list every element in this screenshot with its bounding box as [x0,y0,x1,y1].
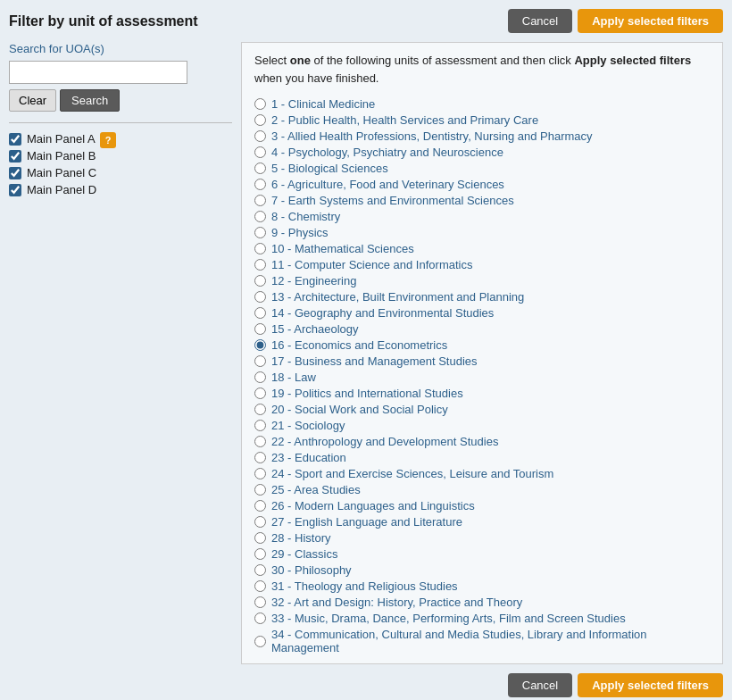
radio-uoa8[interactable] [254,211,266,222]
uoa-label-uoa22[interactable]: 22 - Anthropology and Development Studie… [271,435,498,448]
list-item: 14 - Geography and Environmental Studies [254,306,710,320]
uoa-label-uoa15[interactable]: 15 - Archaeology [271,322,359,336]
list-item: 27 - English Language and Literature [254,515,710,529]
radio-uoa24[interactable] [254,468,266,479]
clear-button[interactable]: Clear [9,89,56,112]
uoa-label-uoa9[interactable]: 9 - Physics [271,226,329,239]
uoa-label-uoa12[interactable]: 12 - Engineering [271,274,356,288]
list-item: 30 - Philosophy [254,563,710,577]
radio-uoa13[interactable] [254,291,266,303]
search-label: Search for UOA(s) [9,42,232,55]
uoa-label-uoa23[interactable]: 23 - Education [271,451,346,464]
radio-uoa14[interactable] [254,307,266,319]
uoa-label-uoa1[interactable]: 1 - Clinical Medicine [271,97,375,111]
checkbox-panel-c[interactable] [9,167,21,179]
uoa-label-uoa26[interactable]: 26 - Modern Languages and Linguistics [271,499,475,512]
uoa-label-uoa11[interactable]: 11 - Computer Science and Informatics [271,258,472,271]
radio-uoa27[interactable] [254,516,266,528]
list-item: 18 - Law [254,371,710,384]
uoa-label-uoa30[interactable]: 30 - Philosophy [271,563,352,577]
header-row: Filter by unit of assessment Cancel Appl… [9,9,723,33]
uoa-label-uoa4[interactable]: 4 - Psychology, Psychiatry and Neuroscie… [271,146,503,159]
radio-uoa3[interactable] [254,130,266,142]
list-item: 10 - Mathematical Sciences [254,242,710,255]
radio-uoa16[interactable] [254,339,266,351]
uoa-label-uoa29[interactable]: 29 - Classics [271,547,337,561]
uoa-label-uoa32[interactable]: 32 - Art and Design: History, Practice a… [271,596,522,609]
uoa-label-uoa6[interactable]: 6 - Agriculture, Food and Veterinary Sci… [271,178,504,191]
list-item: 7 - Earth Systems and Environmental Scie… [254,194,710,207]
radio-uoa2[interactable] [254,114,266,126]
help-button[interactable]: ? [100,132,116,148]
radio-uoa4[interactable] [254,146,266,158]
uoa-list: 1 - Clinical Medicine2 - Public Health, … [254,97,710,654]
uoa-label-uoa34[interactable]: 34 - Communication, Cultural and Media S… [271,628,710,654]
radio-uoa1[interactable] [254,98,266,110]
panel-row-panel-c: Main Panel C [9,166,96,179]
footer-cancel-button[interactable]: Cancel [508,673,572,697]
search-input[interactable] [9,61,187,84]
radio-uoa22[interactable] [254,436,266,447]
radio-uoa7[interactable] [254,195,266,206]
search-input-row [9,61,232,84]
radio-uoa5[interactable] [254,162,266,174]
radio-uoa33[interactable] [254,612,266,624]
uoa-label-uoa13[interactable]: 13 - Architecture, Built Environment and… [271,290,524,304]
radio-uoa30[interactable] [254,564,266,576]
panel-label-panel-b: Main Panel B [27,149,96,162]
radio-uoa32[interactable] [254,596,266,608]
radio-uoa18[interactable] [254,371,266,383]
radio-uoa6[interactable] [254,179,266,190]
header-apply-button[interactable]: Apply selected filters [578,9,723,33]
uoa-label-uoa28[interactable]: 28 - History [271,531,330,545]
uoa-label-uoa18[interactable]: 18 - Law [271,371,316,384]
uoa-label-uoa3[interactable]: 3 - Allied Health Professions, Dentistry… [271,129,593,143]
radio-uoa31[interactable] [254,580,266,592]
radio-uoa15[interactable] [254,323,266,335]
uoa-label-uoa10[interactable]: 10 - Mathematical Sciences [271,242,414,255]
radio-uoa29[interactable] [254,548,266,560]
list-item: 8 - Chemistry [254,210,710,223]
uoa-label-uoa16[interactable]: 16 - Economics and Econometrics [271,338,447,352]
footer-row: Cancel Apply selected filters [9,673,723,697]
radio-uoa17[interactable] [254,355,266,367]
radio-uoa26[interactable] [254,500,266,512]
uoa-label-uoa5[interactable]: 5 - Biological Sciences [271,162,388,175]
radio-uoa28[interactable] [254,532,266,544]
radio-uoa21[interactable] [254,420,266,431]
list-item: 25 - Area Studies [254,483,710,496]
panel-row-panel-b: Main Panel B [9,149,96,162]
list-item: 5 - Biological Sciences [254,162,710,175]
uoa-label-uoa27[interactable]: 27 - English Language and Literature [271,515,462,529]
checkbox-panel-a[interactable] [9,133,21,146]
uoa-label-uoa25[interactable]: 25 - Area Studies [271,483,361,496]
page-title: Filter by unit of assessment [9,13,198,29]
uoa-label-uoa17[interactable]: 17 - Business and Management Studies [271,354,478,368]
radio-uoa25[interactable] [254,484,266,496]
radio-uoa10[interactable] [254,243,266,254]
search-button[interactable]: Search [60,89,120,112]
uoa-label-uoa19[interactable]: 19 - Politics and International Studies [271,387,463,400]
uoa-label-uoa2[interactable]: 2 - Public Health, Health Services and P… [271,113,538,127]
uoa-label-uoa14[interactable]: 14 - Geography and Environmental Studies [271,306,494,320]
panel-label-panel-d: Main Panel D [27,183,96,196]
uoa-label-uoa21[interactable]: 21 - Sociology [271,419,345,432]
checkbox-panel-d[interactable] [9,184,21,196]
radio-uoa23[interactable] [254,452,266,463]
header-cancel-button[interactable]: Cancel [508,9,572,33]
list-item: 16 - Economics and Econometrics [254,338,710,352]
radio-uoa34[interactable] [254,636,266,647]
radio-uoa12[interactable] [254,275,266,287]
uoa-label-uoa31[interactable]: 31 - Theology and Religious Studies [271,579,458,593]
radio-uoa19[interactable] [254,388,266,399]
radio-uoa11[interactable] [254,259,266,271]
footer-apply-button[interactable]: Apply selected filters [578,673,723,697]
radio-uoa20[interactable] [254,404,266,415]
radio-uoa9[interactable] [254,227,266,238]
uoa-label-uoa24[interactable]: 24 - Sport and Exercise Sciences, Leisur… [271,467,553,480]
uoa-label-uoa33[interactable]: 33 - Music, Drama, Dance, Performing Art… [271,612,626,625]
checkbox-panel-b[interactable] [9,150,21,162]
uoa-label-uoa8[interactable]: 8 - Chemistry [271,210,340,223]
uoa-label-uoa7[interactable]: 7 - Earth Systems and Environmental Scie… [271,194,514,207]
uoa-label-uoa20[interactable]: 20 - Social Work and Social Policy [271,403,448,416]
